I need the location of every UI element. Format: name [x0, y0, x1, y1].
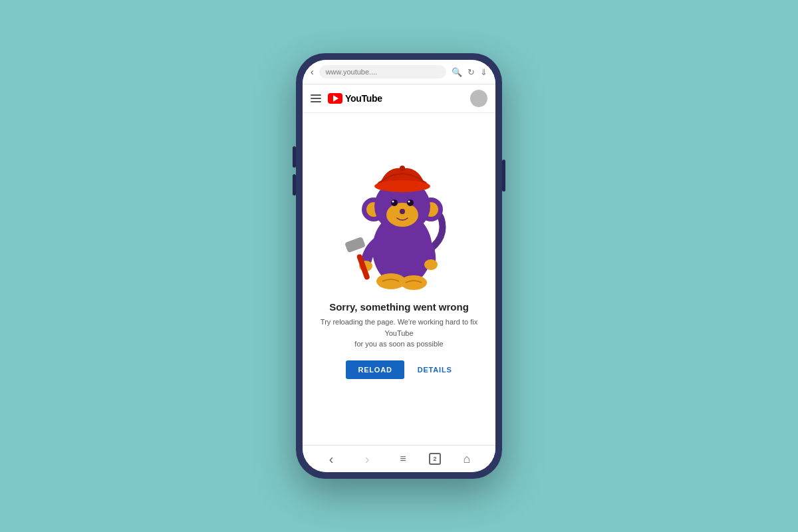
- user-avatar[interactable]: [470, 90, 487, 107]
- volume-up-button[interactable]: [293, 146, 296, 168]
- error-title: Sorry, something went wrong: [329, 301, 469, 313]
- svg-point-18: [424, 259, 438, 270]
- action-buttons: RELOAD DETAILS: [346, 360, 452, 379]
- download-icon[interactable]: ⇓: [480, 67, 487, 77]
- svg-point-20: [400, 275, 427, 290]
- hamburger-line: [311, 94, 321, 96]
- hamburger-line: [311, 101, 321, 102]
- details-button[interactable]: DETAILS: [418, 366, 452, 374]
- bottom-navigation: ‹ › ≡ 2 ⌂: [303, 445, 495, 472]
- svg-point-13: [374, 180, 430, 192]
- svg-point-10: [408, 201, 410, 203]
- youtube-logo-text: YouTube: [345, 93, 382, 104]
- nav-tab-count[interactable]: 2: [429, 453, 441, 465]
- url-text: www.youtube....: [326, 68, 378, 76]
- svg-point-11: [400, 209, 405, 214]
- power-button[interactable]: [502, 160, 505, 192]
- nav-home-icon[interactable]: ⌂: [457, 452, 477, 466]
- search-icon[interactable]: 🔍: [452, 67, 462, 77]
- error-content-area: Sorry, something went wrong Try reloadin…: [303, 113, 495, 445]
- hamburger-menu-button[interactable]: [311, 94, 321, 102]
- youtube-logo[interactable]: YouTube: [328, 93, 382, 104]
- hamburger-line: [311, 98, 321, 99]
- error-subtitle: Try reloading the page. We're working ha…: [316, 317, 482, 350]
- phone-frame: ‹ www.youtube.... 🔍 ↻ ⇓ YouTube: [296, 53, 502, 479]
- browser-address-bar: ‹ www.youtube.... 🔍 ↻ ⇓: [303, 60, 495, 84]
- refresh-icon[interactable]: ↻: [467, 67, 475, 77]
- browser-back-button[interactable]: ‹: [311, 66, 314, 77]
- svg-rect-17: [344, 237, 366, 253]
- volume-down-button[interactable]: [293, 174, 296, 196]
- browser-action-icons: 🔍 ↻ ⇓: [452, 67, 487, 77]
- svg-point-14: [400, 166, 405, 171]
- nav-back-icon[interactable]: ‹: [321, 452, 341, 466]
- reload-button[interactable]: RELOAD: [346, 360, 404, 379]
- svg-point-8: [407, 200, 414, 206]
- nav-menu-icon[interactable]: ≡: [393, 452, 413, 466]
- youtube-header: YouTube: [303, 84, 495, 113]
- svg-point-7: [391, 200, 398, 206]
- svg-point-9: [392, 201, 394, 203]
- youtube-play-icon: [328, 93, 342, 104]
- header-left: YouTube: [311, 93, 382, 104]
- nav-forward-icon[interactable]: ›: [357, 452, 377, 466]
- phone-screen: ‹ www.youtube.... 🔍 ↻ ⇓ YouTube: [303, 60, 495, 472]
- monkey-svg: [332, 123, 466, 296]
- monkey-illustration: [332, 123, 466, 296]
- url-input[interactable]: www.youtube....: [319, 65, 446, 78]
- svg-point-6: [386, 203, 418, 227]
